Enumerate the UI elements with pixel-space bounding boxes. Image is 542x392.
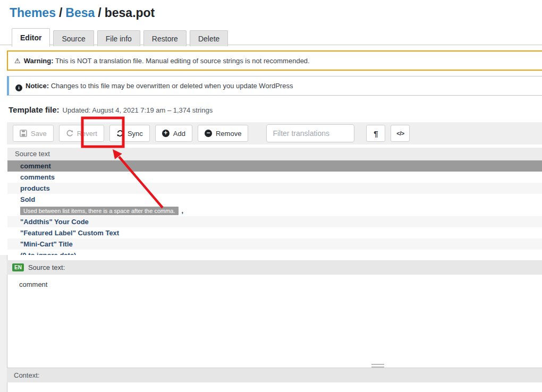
sync-button-label: Sync: [128, 130, 143, 138]
resize-grip-handle[interactable]: [371, 364, 384, 368]
save-button-label: Save: [31, 130, 47, 138]
filter-translations-input[interactable]: [266, 124, 354, 142]
list-item[interactable]: "Addthis" Your Code: [7, 216, 542, 227]
list-item[interactable]: products: [7, 183, 542, 194]
tab-bar: EditorSourceFile infoRestoreDelete: [0, 28, 542, 45]
sync-icon: [116, 130, 124, 137]
warning-notice: ⚠Warning: This is NOT a translation file…: [7, 50, 542, 71]
list-item[interactable]: "Featured Label" Custom Text: [7, 227, 542, 238]
source-string-list: Source text comment comments products So…: [7, 148, 542, 255]
add-button[interactable]: + Add: [155, 125, 192, 142]
source-list-column-header: Source text: [7, 148, 542, 160]
revert-icon: [66, 130, 73, 137]
save-button[interactable]: Save: [13, 125, 54, 142]
info-circle-icon: i: [15, 84, 22, 91]
tab-restore[interactable]: Restore: [143, 30, 187, 46]
context-label: Context:: [14, 371, 39, 379]
template-file-label: Template file:: [9, 105, 60, 114]
tab-delete[interactable]: Delete: [190, 30, 228, 46]
language-badge: EN: [12, 263, 24, 271]
list-item-label: ,: [182, 207, 184, 215]
list-item[interactable]: "Mini-Cart" Title: [7, 238, 542, 250]
pane-resize-bar: [7, 363, 542, 368]
breadcrumb-current-file: besa.pot: [105, 6, 155, 20]
pilcrow-icon: ¶: [374, 129, 378, 138]
tab-file-info[interactable]: File info: [97, 30, 140, 46]
warning-triangle-icon: ⚠: [14, 57, 21, 65]
list-item[interactable]: comment: [7, 160, 542, 172]
tab-source[interactable]: Source: [53, 30, 94, 46]
invisibles-toggle-button[interactable]: ¶: [366, 125, 385, 142]
list-item[interactable]: (0 to ignore date): [7, 250, 542, 255]
floppy-save-icon: [20, 130, 27, 137]
minus-circle-icon: −: [205, 130, 212, 137]
page-gutter: [0, 255, 7, 392]
code-view-button[interactable]: </>: [391, 125, 410, 142]
sync-button[interactable]: Sync: [109, 125, 150, 142]
editor-toolbar: Save Revert Sync + Add − Remove: [7, 122, 542, 144]
warning-label: Warning:: [24, 57, 54, 65]
list-item[interactable]: Used between list items, there is a spac…: [7, 205, 542, 216]
revert-button-label: Revert: [77, 130, 97, 138]
source-text-label: Source text:: [28, 263, 65, 271]
list-item[interactable]: Sold: [7, 194, 542, 205]
breadcrumb: Themes/Besa/besa.pot: [10, 6, 155, 20]
context-badge: Used between list items, there is a spac…: [20, 207, 179, 215]
breadcrumb-separator: /: [56, 6, 65, 20]
list-item[interactable]: comments: [7, 172, 542, 183]
breadcrumb-link-theme[interactable]: Besa: [65, 6, 95, 20]
tab-editor[interactable]: Editor: [12, 28, 50, 47]
loco-translate-editor-page: Themes/Besa/besa.pot EditorSourceFile in…: [0, 0, 542, 392]
warning-text: This is NOT a translation file. Manual e…: [55, 57, 310, 65]
notice-label: Notice:: [26, 82, 49, 90]
code-icon: </>: [396, 130, 404, 137]
source-text-header: EN Source text:: [7, 260, 542, 275]
template-file-info: Updated: August 4, 2021 7:19 am – 1,374 …: [63, 106, 213, 114]
breadcrumb-link-themes[interactable]: Themes: [10, 6, 56, 20]
plus-circle-icon: +: [162, 130, 170, 137]
context-header: Context:: [7, 368, 542, 382]
notice-text: Changes to this file may be overwritten …: [51, 82, 293, 90]
breadcrumb-separator: /: [95, 6, 104, 20]
remove-button-label: Remove: [216, 130, 241, 138]
add-button-label: Add: [173, 130, 185, 138]
info-notice: iNotice: Changes to this file may be ove…: [7, 76, 542, 96]
revert-button[interactable]: Revert: [59, 125, 104, 142]
source-text-value[interactable]: comment: [7, 275, 542, 363]
template-file-summary: Template file:Updated: August 4, 2021 7:…: [9, 105, 213, 114]
remove-button[interactable]: − Remove: [198, 125, 248, 142]
